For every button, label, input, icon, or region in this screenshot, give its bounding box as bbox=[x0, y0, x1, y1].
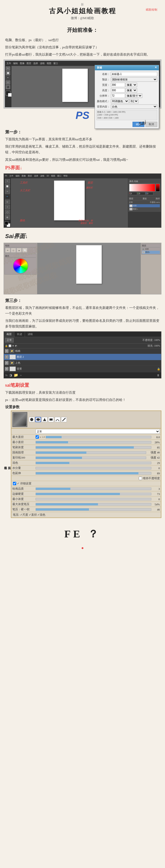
layer-eye-shangse[interactable]: 👁 bbox=[5, 361, 8, 365]
layer-eye-layer2[interactable]: 👁 bbox=[5, 355, 8, 359]
sai-interface-label: Sai界面↓ bbox=[5, 233, 28, 239]
layers-mode-select[interactable]: 正常 bbox=[5, 338, 14, 342]
ps-dialog-close[interactable]: ✕ bbox=[155, 66, 157, 69]
ps-bg-select[interactable]: 白色 bbox=[111, 104, 157, 109]
ps-height-input[interactable] bbox=[111, 88, 125, 93]
layer-eye-background[interactable]: 👁 bbox=[5, 367, 8, 371]
brush-mix-row: 混色 29 bbox=[11, 460, 161, 466]
ps-new-dialog-title: 新建 ✕ bbox=[95, 65, 159, 70]
brush-density-bar bbox=[36, 446, 151, 449]
brush-shape-2-selected[interactable] bbox=[35, 417, 41, 422]
ps-preset-select[interactable]: 国际标准纸张 bbox=[111, 77, 157, 82]
section-prepare-title: 开始前准备： bbox=[5, 27, 160, 34]
ps-tool-fill[interactable]: ⬛ bbox=[6, 85, 10, 89]
ps-width-input[interactable] bbox=[111, 83, 125, 87]
ps-tool5[interactable]: T bbox=[5, 205, 10, 209]
layer-name-layer2: 图层 2 bbox=[17, 355, 24, 359]
brush-max-diam-check[interactable] bbox=[36, 435, 39, 439]
layers-tab-bar: 画层 轨迹 滤镜 bbox=[4, 332, 161, 337]
ps-tool-panel: ↖ ⬜ ✏ ◻ ⬛ bbox=[5, 66, 12, 107]
sai-layer2: 图层1 bbox=[142, 251, 160, 254]
layers-delete-btn[interactable]: 🗑 bbox=[157, 374, 160, 377]
brush-quality-label: 绘画品质 bbox=[12, 487, 36, 491]
ps-full-ui: PS 文件 编辑 图像 图层 选择 滤镜 3D 视图 窗口 帮助 ↖ ⬜ ✂ ✏ bbox=[4, 174, 161, 228]
layers-opacity-label: 不透明度: 100% bbox=[142, 338, 160, 342]
brush-texture2-val: 强度 42 bbox=[147, 456, 160, 460]
ps-tool4[interactable]: ◫ bbox=[5, 199, 10, 204]
brush-mindensity-label: 最小浓度 bbox=[12, 497, 36, 501]
sai-color-wheel[interactable] bbox=[13, 258, 28, 274]
ps-layer-1: 图层 1 bbox=[129, 208, 160, 211]
ps-dialog-bg-row: 背景内容： 白色 bbox=[96, 104, 157, 109]
layer-thumb-background bbox=[9, 367, 16, 371]
ps-tool-select[interactable]: ⬜ bbox=[6, 71, 10, 75]
sai-tool-fill[interactable]: ▲ bbox=[16, 248, 22, 252]
brush-maintain-check[interactable] bbox=[139, 477, 142, 480]
brush-density-row: 笔刷浓度 85 bbox=[11, 445, 161, 450]
brush-detail-check[interactable] bbox=[13, 482, 16, 485]
brush-shape-3[interactable] bbox=[42, 417, 47, 422]
step1-body2: 我们常用的就是画笔工具、橡皮工具、辅助工具，然后旁边区域是新建文件夹、新建图层、… bbox=[5, 144, 160, 155]
brush-extend-bar bbox=[36, 472, 151, 474]
brush-shape-5[interactable] bbox=[55, 417, 60, 422]
brush-shape-6[interactable] bbox=[61, 417, 67, 422]
ps-color-select[interactable]: RGB颜色 bbox=[111, 99, 129, 103]
ps-width-unit[interactable]: 像素 bbox=[126, 83, 137, 87]
sai-tool-eraser[interactable]: ◻ bbox=[11, 248, 16, 252]
ps-tool-brush-active[interactable]: ✏ bbox=[5, 194, 10, 199]
ps-menu-image: 图像 bbox=[20, 62, 25, 65]
ps-dialog-width-row: 宽度： 像素 bbox=[96, 83, 157, 87]
ps-bit-select[interactable]: 8位 bbox=[129, 99, 138, 103]
bottom-dot-area: ● bbox=[0, 544, 165, 552]
ps-tool7[interactable]: ▤ bbox=[5, 215, 10, 220]
ps-anno-new-layer: 新建文件夹、新建图层、删除 bbox=[77, 219, 93, 225]
ps-tool1[interactable]: ↖ bbox=[5, 179, 10, 184]
brush-mindensity-val: 0 bbox=[152, 498, 160, 501]
brush-shape-1[interactable] bbox=[29, 417, 35, 422]
ps-res-unit[interactable]: 像素/英寸 bbox=[126, 94, 142, 98]
ps-anno-toolbar: 工具栏 bbox=[20, 181, 28, 185]
brush-shape-icons bbox=[29, 417, 67, 422]
layers-new-layer-btn[interactable]: ＋ bbox=[19, 373, 22, 377]
layers-new-fill-btn[interactable]: ◑ bbox=[9, 373, 12, 377]
brush-thumbnail bbox=[12, 412, 27, 427]
sai-tool-select[interactable]: ⬜ bbox=[22, 248, 27, 252]
header: 新 古风小姐姐绘画教程 微博：@MO眠歌 眠歌绘制 bbox=[0, 0, 165, 22]
sai-color-panel: 颜色 bbox=[4, 254, 37, 275]
ps-right-panels-area: 颜色 色板 R G B 图层通道路径 bbox=[128, 178, 161, 227]
sai-brush-panel: 笔刷 ✏ ◻ ▲ ⬜ bbox=[4, 244, 37, 253]
layers-fx-btn[interactable]: fx bbox=[5, 374, 7, 377]
ps-tool-move[interactable]: ↖ bbox=[6, 66, 10, 70]
brush-texture1-row: 国画肌理 强度 46 bbox=[11, 450, 161, 455]
brush-mix-bar bbox=[36, 462, 151, 464]
fe-question-area: FE ？ bbox=[0, 519, 165, 544]
ps-tool-brush[interactable]: ✏ bbox=[6, 76, 10, 80]
brush-mode-select[interactable]: 正常 bbox=[36, 429, 160, 434]
step1-body3: 其实sai画线条和混色比ps要好，所以习惯sai的朋友们可以使用sai，我是习惯… bbox=[5, 157, 160, 163]
ps-menu2-3d: 3D bbox=[46, 175, 49, 177]
brush-mode-row: 正常 bbox=[11, 429, 161, 435]
sai-tool-brush[interactable]: ✏ bbox=[5, 248, 10, 252]
brush-shape-4[interactable] bbox=[48, 417, 54, 422]
brush-pressure-label: 笔压: ✓尺度 ✓直径 ✓混色 bbox=[13, 513, 45, 517]
ps-tool6[interactable]: ◯ bbox=[5, 210, 10, 215]
layer-name-background: 背景 bbox=[17, 367, 22, 371]
layer-name-linegao: 线稿 bbox=[15, 349, 20, 353]
ps-res-input[interactable] bbox=[111, 94, 125, 98]
layer-eye-linegao[interactable]: 👁 bbox=[5, 349, 8, 353]
sai-brush-title-area: sai笔刷设置 bbox=[5, 382, 160, 388]
ps-tool-eraser[interactable]: ◻ bbox=[6, 81, 10, 85]
ps-height-unit[interactable]: 像素 bbox=[126, 88, 137, 93]
brush-edge-val: 73 bbox=[152, 492, 160, 496]
brush-pressure-row: 笔压: ✓尺度 ✓直径 ✓混色 bbox=[11, 512, 161, 518]
brush-water-label: 水分量 bbox=[12, 466, 36, 470]
ps-name-input[interactable] bbox=[111, 72, 157, 76]
layers-new-folder-btn[interactable]: 📁 bbox=[14, 373, 18, 377]
layers-tab-layers[interactable]: 画层 bbox=[4, 332, 14, 337]
layers-tab-track[interactable]: 轨迹 bbox=[14, 332, 25, 337]
ps-tool3[interactable]: ✂ bbox=[5, 189, 10, 194]
ps-menu-edit: 编辑 bbox=[13, 62, 18, 65]
layers-tab-filter[interactable]: 滤镜 bbox=[25, 332, 35, 337]
ps-tool2[interactable]: ⬜ bbox=[5, 184, 10, 189]
ps-interface-screenshot: PS 文件 编辑 图像 图层 选择 滤镜 3D 视图 窗口 帮助 ↖ ⬜ ✂ ✏ bbox=[4, 174, 161, 228]
